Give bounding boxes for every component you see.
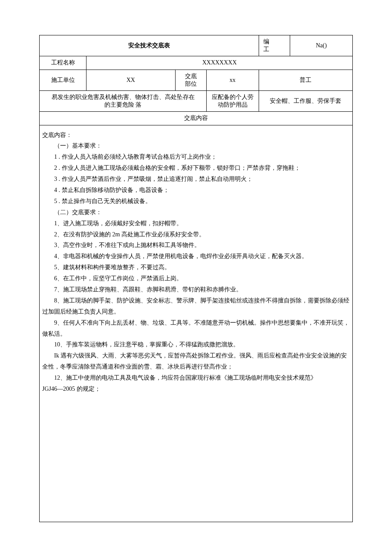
content-body: 交底内容： （一）基本要求： 1 . 作业人员入场前必须经入场教育考试合格后方可… (39, 125, 353, 522)
part-label: 交底 部位 (175, 70, 207, 90)
code-label: 编 工 (259, 35, 290, 56)
sub2-item: 4、非电器和机械的专业操作人员，严禁使用机电设备，电焊作业必须开具动火证，配备灭… (42, 251, 350, 262)
section-title: 交底内容： (42, 130, 350, 141)
sub2-item: 3、高空作业时，不准往下或向上抛材料和工具等物件。 (42, 240, 350, 251)
sub1-title: （一）基本要求： (42, 140, 350, 151)
sub1-item: 5 . 禁止操作与自己无关的机械设备。 (42, 196, 350, 207)
ppe-value: 安全帽、工作服、劳保手套 (259, 90, 353, 111)
sub1-item: 2 . 作业人员进入施工现场必须戴合格的安全帽，系好下额带，锁好带口；严禁赤背，… (42, 163, 350, 174)
sub2-item: 5、建筑材料和构件要堆放整齐，不要过高。 (42, 262, 350, 273)
sub2-item: 2、在没有防护设施的 2m 高处施工作业必须系好安全带。 (42, 229, 350, 240)
code-value: Na() (290, 35, 353, 56)
unit-value: XX (86, 70, 175, 90)
p8: 8、施工现场的脚手架、防护设施、安全标志、警示牌、脚手架连接铅丝或连接件不得擅自… (42, 295, 350, 317)
ppe-label: 应配备的个人劳 动防护用品 (207, 90, 259, 111)
sub2-item: 6、在工作中，应坚守工作岗位，严禁酒后上岗。 (42, 273, 350, 284)
content-header-label: 交底内容 (40, 112, 353, 125)
unit-label: 施工单位 (40, 70, 86, 90)
form-title: 安全技术交底表 (40, 35, 259, 56)
p11: Ik 遇有六级强风、大雨、大雾等恶劣天气，应暂停高处拆除工程作业。强风、雨后应检… (42, 350, 350, 372)
form-header-table: 安全技术交底表 编 工 Na() 工程名称 XXXXXXXX 施工单位 XX 交… (39, 35, 353, 125)
sub2-title: （二）交底要求： (42, 207, 350, 218)
p10: 10、手推车装运物料，应注意平稳，掌握重心，不得猛跑或撒把溜放。 (42, 339, 350, 350)
project-label: 工程名称 (40, 56, 86, 70)
project-value: XXXXXXXX (86, 56, 353, 70)
p12a: 12、施工中使用的电动工具及电气设备，均应符合国家现行标准《施工现场临时用电安全… (42, 372, 350, 384)
p12b: JGJ46—2005 的规定； (42, 384, 350, 395)
sub2-item: 1、进入施工现场，必须戴好安全帽，扣好帽带。 (42, 218, 350, 229)
part-value: xx (207, 70, 259, 90)
job-value: 普工 (259, 70, 353, 90)
sub1-item: 4 . 禁止私自拆除移动防护设备，电器设备； (42, 185, 350, 196)
sub1-item: 3 . 作业人员严禁酒后作业，严禁吸烟，禁止追逐打闹，禁止私自动用明火； (42, 174, 350, 185)
p9: 9、任何人不准向下向上乱丢材、物、垃圾、工具等。不准随意开动一切机械。操作中思想… (42, 317, 350, 340)
sub1-item: 1 . 作业人员入场前必须经入场教育考试合格后方可上岗作业； (42, 151, 350, 163)
hazard-label: 易发生的职业危害及机械伤害、物体打击、高处坠存在 的主要危险 落 (40, 90, 207, 111)
sub2-item: 7、施工现场禁止穿拖鞋、高跟鞋、赤脚和易滑、带钉的鞋和赤膊作业。 (42, 284, 350, 295)
